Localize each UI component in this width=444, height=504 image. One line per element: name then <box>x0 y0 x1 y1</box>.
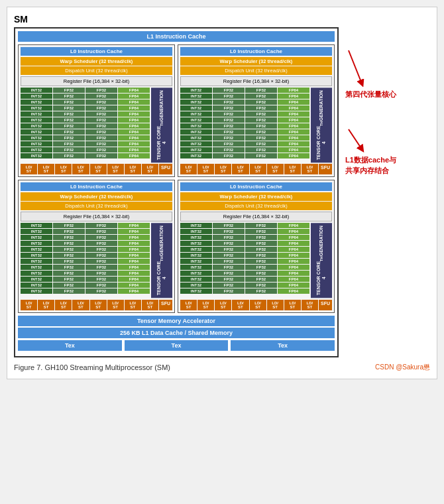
figure-caption-text: Figure 7. GH100 Streaming Multiprocessor… <box>14 363 170 371</box>
reg-rows-2: INT32FP32FP32FP64 INT32FP32FP32FP64 INT3… <box>180 88 309 162</box>
l0-cache-4: L0 Instruction Cache <box>180 182 332 191</box>
tensor-core-badge-4: TENSOR CORE4TH GENERATION <box>311 223 332 298</box>
tensor-core-badge-2: TENSOR CORE4TH GENERATION <box>311 88 332 162</box>
svg-line-0 <box>349 50 362 84</box>
register-file-4: Register File (16,384 × 32-bit) <box>180 212 332 221</box>
dispatch-unit-4: Dispatch Unit (32 thread/clk) <box>180 202 332 210</box>
annotation-tensor-core: 第四代张量核心 <box>345 47 425 99</box>
warp-scheduler-1: Warp Scheduler (32 thread/clk) <box>21 57 172 66</box>
sfu-row-4: LD/ST LD/ST LD/ST LD/ST LD/ST LD/ST LD/S… <box>180 300 332 310</box>
tensor-core-badge-1: TENSOR CORE4TH GENERATION <box>151 88 172 162</box>
register-file-3: Register File (16,384 × 32-bit) <box>21 212 172 221</box>
l1-instruction-cache-top: L1 Instruction Cache <box>18 31 335 42</box>
sm-label: SM <box>14 14 430 25</box>
tensor-core-badge-3: TENSOR CORE4TH GENERATION <box>151 223 172 298</box>
warp-scheduler-3: Warp Scheduler (32 thread/clk) <box>21 192 172 201</box>
quadrant-2: L0 Instruction Cache Warp Scheduler (32 … <box>178 44 335 177</box>
register-area-1: INT32FP32FP32FP64 INT32FP32FP32FP64 INT3… <box>21 88 172 162</box>
register-area-4: INT32FP32FP32FP64 INT32FP32FP32FP64 INT3… <box>180 223 332 298</box>
reg-rows-3: INT32FP32FP32FP64 INT32FP32FP32FP64 INT3… <box>21 223 150 298</box>
annotations-panel: 第四代张量核心 L1数据cache与共享内存结合 <box>345 27 425 176</box>
tex-row: Tex Tex Tex <box>18 340 335 351</box>
arrow-tensor-icon <box>345 47 365 87</box>
warp-scheduler-4: Warp Scheduler (32 thread/clk) <box>180 192 332 201</box>
dispatch-unit-1: Dispatch Unit (32 thread/clk) <box>21 66 172 75</box>
sfu-row-3: LD/ST LD/ST LD/ST LD/ST LD/ST LD/ST LD/S… <box>21 300 172 310</box>
register-file-1: Register File (16,384 × 32-bit) <box>21 76 172 86</box>
tex-cell-3: Tex <box>231 340 335 351</box>
annotation-text-l1cache: L1数据cache与共享内存结合 <box>345 155 425 176</box>
quadrant-3: L0 Instruction Cache Warp Scheduler (32 … <box>18 180 175 312</box>
sfu-row-2: LD/ST LD/ST LD/ST LD/ST LD/ST LD/ST LD/S… <box>180 164 332 174</box>
arrow-l1cache-icon <box>345 126 365 153</box>
sfu-row-1: LD/ST LD/ST LD/ST LD/ST LD/ST LD/ST LD/S… <box>21 164 172 174</box>
warp-scheduler-2: Warp Scheduler (32 thread/clk) <box>180 57 332 66</box>
tex-cell-2: Tex <box>125 340 229 351</box>
annotation-text-tensor: 第四代张量核心 <box>345 90 425 99</box>
l1-data-cache: 256 KB L1 Data Cache / Shared Memory <box>18 328 335 338</box>
quadrant-4: L0 Instruction Cache Warp Scheduler (32 … <box>178 180 335 312</box>
register-area-2: INT32FP32FP32FP64 INT32FP32FP32FP64 INT3… <box>180 88 332 162</box>
page-container: SM L1 Instruction Cache L0 Instruction C… <box>7 7 437 379</box>
dispatch-unit-2: Dispatch Unit (32 thread/clk) <box>180 66 332 75</box>
quadrant-1: L0 Instruction Cache Warp Scheduler (32 … <box>18 44 175 177</box>
reg-rows-1: INT32FP32FP32FP64 INT32FP32FP32FP64 INT3… <box>21 88 150 162</box>
l0-cache-1: L0 Instruction Cache <box>21 47 172 56</box>
csdn-credit: CSDN @Sakura懋 <box>375 363 430 372</box>
l0-cache-2: L0 Instruction Cache <box>180 47 332 56</box>
l0-cache-3: L0 Instruction Cache <box>21 182 172 191</box>
tensor-memory-accelerator: Tensor Memory Accelerator <box>18 316 335 326</box>
annotation-l1cache: L1数据cache与共享内存结合 <box>345 126 425 176</box>
dispatch-unit-3: Dispatch Unit (32 thread/clk) <box>21 202 172 210</box>
tex-cell-1: Tex <box>18 340 122 351</box>
register-file-2: Register File (16,384 × 32-bit) <box>180 76 332 86</box>
sm-outer: L1 Instruction Cache L0 Instruction Cach… <box>14 27 339 357</box>
reg-rows-4: INT32FP32FP32FP64 INT32FP32FP32FP64 INT3… <box>180 223 309 298</box>
quad-grid: L0 Instruction Cache Warp Scheduler (32 … <box>18 44 335 313</box>
register-area-3: INT32FP32FP32FP64 INT32FP32FP32FP64 INT3… <box>21 223 172 298</box>
figure-caption: Figure 7. GH100 Streaming Multiprocessor… <box>14 363 430 372</box>
sm-diagram: L1 Instruction Cache L0 Instruction Cach… <box>14 27 339 357</box>
svg-line-1 <box>349 129 362 149</box>
